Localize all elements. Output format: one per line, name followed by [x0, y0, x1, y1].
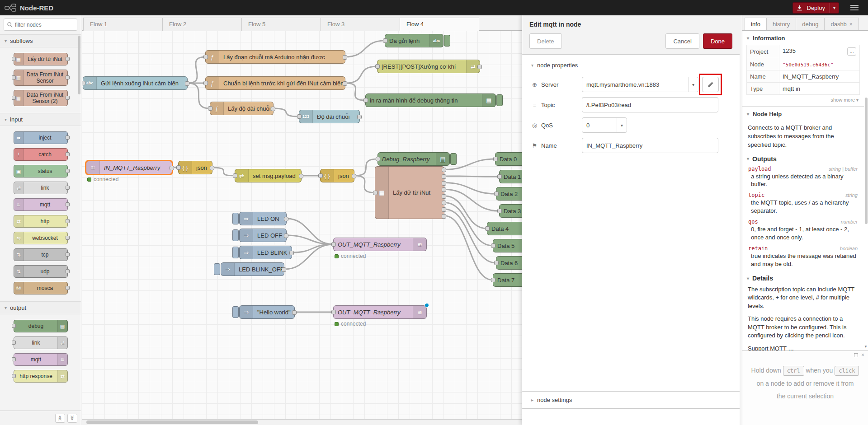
node-port-out[interactable] — [284, 217, 288, 221]
node-port-in[interactable] — [383, 38, 387, 43]
node-port-out[interactable] — [352, 174, 356, 178]
sidebar-scrollbar[interactable]: ▾ — [864, 31, 868, 350]
node-right-button[interactable] — [496, 94, 503, 106]
wire[interactable] — [444, 209, 496, 263]
flow-node-chuan_bi[interactable]: ƒChuẩn bị lệnh trước khi gửi đến iNut cả… — [205, 76, 345, 90]
show-more-link[interactable]: show more ▾ — [742, 95, 864, 103]
flow-tab-3[interactable]: Flow 5 — [241, 18, 321, 31]
flow-node-in_mqtt[interactable]: ≋IN_MQTT_Raspberryconnected — [86, 161, 172, 174]
node-port-out[interactable] — [66, 286, 70, 290]
node-port-out[interactable] — [442, 194, 446, 199]
canvas-horizontal-scrollbar[interactable] — [82, 419, 522, 425]
node-port-out[interactable] — [170, 166, 174, 170]
node-port-out[interactable] — [299, 174, 303, 178]
palette-scrollbar-thumb[interactable] — [78, 36, 80, 94]
information-section-header[interactable]: ▾Information — [742, 31, 864, 45]
deploy-options-button[interactable]: ▾ — [830, 3, 839, 13]
flow-canvas[interactable]: abcĐã gửi lệnhƒLấy đoạn chuỗi mà Arduino… — [82, 31, 522, 419]
palette-category-output[interactable]: ▾output — [0, 301, 81, 314]
flow-node-led_blink[interactable]: ⇒LED BLINK — [239, 246, 292, 259]
palette-category-input[interactable]: ▾input — [0, 113, 81, 126]
node-port-in[interactable] — [493, 157, 498, 161]
node-port-out[interactable] — [477, 65, 482, 69]
details-section-header[interactable]: ▾Details — [742, 271, 864, 284]
canvas-hscroll-thumb[interactable] — [86, 420, 258, 424]
flow-node-set_payload[interactable]: ⇄set msg.payload — [235, 169, 302, 182]
node-properties-section-header[interactable]: ▾ node properties — [531, 62, 731, 69]
node-port-out[interactable] — [292, 310, 297, 315]
qos-select[interactable]: 0 ▾ — [582, 117, 627, 133]
flow-node-do_dai[interactable]: 123Độ dài chuỗi — [299, 110, 360, 123]
flow-node-out_mqtt1[interactable]: ≋OUT_MQTT_Raspberryconnected — [333, 238, 427, 251]
node-port-in[interactable] — [12, 96, 16, 100]
palette-node[interactable]: ▣status — [14, 165, 68, 177]
palette-node[interactable]: ⇋websocket — [14, 232, 68, 244]
node-port-in[interactable] — [233, 173, 237, 178]
node-port-out[interactable] — [66, 135, 70, 140]
expand-all-button[interactable]: ≫ — [67, 414, 77, 423]
node-port-out[interactable] — [284, 234, 288, 238]
outputs-section-header[interactable]: ▾Outputs — [742, 151, 864, 164]
flow-node-hello[interactable]: ⇒"Hello world" — [239, 305, 295, 319]
flow-node-led_blink_off[interactable]: ⇒LED BLINK_OFF — [221, 262, 284, 276]
wire[interactable] — [345, 83, 365, 100]
flow-tab-1[interactable]: Flow 1 — [83, 18, 163, 31]
flow-node-data6[interactable]: ▤Data 6 — [496, 256, 522, 270]
palette-node[interactable]: ▦Data From iNut Sensor (2) — [14, 90, 68, 106]
node-port-in[interactable] — [297, 114, 302, 119]
edit-server-button[interactable] — [702, 77, 719, 92]
wire[interactable] — [212, 168, 235, 176]
flow-node-json2[interactable]: { }json — [320, 169, 354, 182]
node-help-section-header[interactable]: ▾Node Help — [742, 106, 864, 121]
sidebar-scrollbar-thumb[interactable] — [865, 98, 868, 224]
cancel-button[interactable]: Cancel — [665, 33, 699, 49]
restore-tip-icon[interactable] — [854, 353, 858, 357]
flow-node-subflow1[interactable]: ▦Lấy dữ từ iNut — [375, 166, 444, 219]
node-port-out[interactable] — [357, 115, 362, 119]
palette-node[interactable]: ▦Lấy dữ từ iNut — [14, 53, 68, 65]
node-port-out[interactable] — [66, 57, 70, 61]
node-port-out[interactable] — [66, 202, 70, 206]
done-button[interactable]: Done — [703, 33, 732, 49]
flow-node-data1[interactable]: ▤Data 1 — [499, 170, 522, 183]
node-port-in[interactable] — [376, 157, 380, 161]
palette-node[interactable]: ⇅udp — [14, 265, 68, 278]
wire[interactable] — [444, 189, 499, 211]
wire[interactable] — [345, 41, 385, 57]
node-left-button[interactable] — [232, 247, 239, 258]
node-port-in[interactable] — [176, 165, 181, 170]
node-settings-section-header[interactable]: ▸ node settings — [522, 391, 740, 409]
node-right-button[interactable] — [444, 35, 450, 47]
node-port-out[interactable] — [442, 207, 446, 212]
flow-node-data5[interactable]: ▤Data 5 — [493, 239, 522, 252]
node-port-out[interactable] — [442, 214, 446, 219]
wire[interactable] — [274, 108, 299, 117]
wire[interactable] — [444, 183, 496, 194]
node-left-button[interactable] — [232, 229, 239, 241]
flow-node-gui_lenh[interactable]: abcGửi lệnh xuống iNut cảm biến — [83, 76, 188, 90]
flow-node-data2[interactable]: ▤Data 2 — [496, 187, 522, 201]
collapse-all-button[interactable]: ≪ — [55, 414, 65, 423]
node-port-in[interactable] — [82, 81, 85, 85]
name-input[interactable] — [582, 138, 718, 153]
node-left-button[interactable] — [232, 306, 239, 318]
flow-tab-4[interactable]: Flow 3 — [321, 18, 400, 31]
flow-tab-2[interactable]: Flow 2 — [162, 18, 242, 31]
flow-node-data0[interactable]: ▤Data 0 — [495, 152, 522, 166]
node-right-button[interactable] — [450, 153, 457, 165]
node-left-button[interactable] — [214, 263, 220, 275]
palette-node[interactable]: Ⓜmosca — [14, 282, 68, 294]
palette-node[interactable]: ≋mqtt — [14, 198, 68, 211]
node-port-in[interactable] — [494, 191, 499, 196]
node-port-out[interactable] — [185, 81, 189, 86]
node-port-in[interactable] — [12, 341, 16, 345]
node-port-out[interactable] — [343, 55, 347, 60]
node-port-out[interactable] — [66, 152, 70, 156]
palette-category-subflows[interactable]: ▾subflows — [0, 34, 81, 47]
node-port-out[interactable] — [66, 269, 70, 273]
flow-node-debug_rasp[interactable]: ▤Debug_Raspberry — [377, 152, 450, 166]
node-port-in[interactable] — [497, 209, 502, 213]
node-port-in[interactable] — [12, 57, 16, 61]
tab-history[interactable]: history — [766, 18, 796, 31]
delete-button[interactable]: Delete — [529, 33, 562, 49]
